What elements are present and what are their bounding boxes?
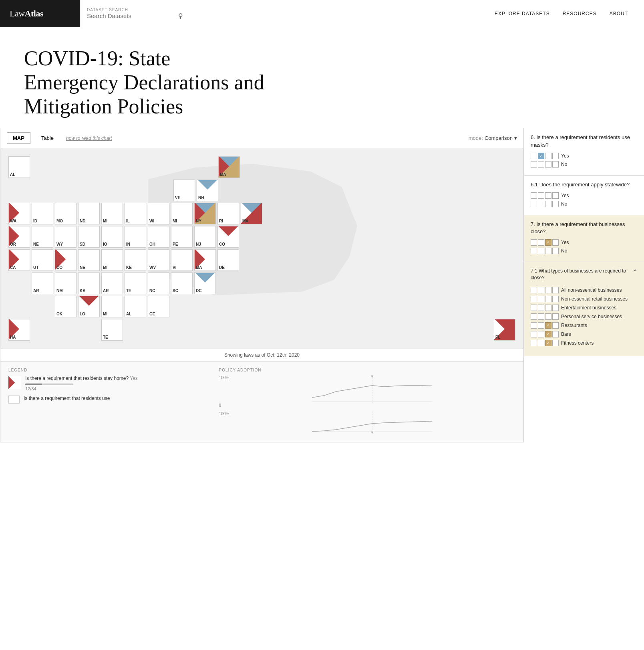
cb-fit-1[interactable] (531, 340, 537, 346)
state-NM[interactable]: NM (55, 273, 76, 294)
state-NE-r4[interactable]: NE (78, 249, 100, 271)
cb-q7-yes-4[interactable] (552, 239, 559, 246)
state-WY[interactable]: WY (55, 226, 76, 248)
state-NY[interactable]: NY (194, 203, 216, 224)
state-CA[interactable]: CA (8, 249, 30, 271)
cb-retail-1[interactable] (531, 296, 537, 302)
cb-all-3[interactable] (545, 287, 551, 293)
cb-q6-no-2[interactable] (538, 161, 544, 168)
cb-ent-4[interactable] (552, 305, 559, 311)
cb-rest-1[interactable] (531, 322, 537, 329)
cb-fit-4[interactable] (552, 340, 559, 346)
cb-q6-yes-1[interactable] (531, 153, 537, 159)
state-TE-special[interactable]: TE (101, 319, 123, 341)
table-button[interactable]: Table (35, 132, 60, 144)
state-IO[interactable]: IO (101, 226, 123, 248)
state-CO-r4[interactable]: CO (55, 249, 76, 271)
cb-q6-1-yes-3[interactable] (545, 192, 551, 199)
logo[interactable]: LawAtlas (0, 0, 80, 27)
state-WV[interactable]: WV (148, 249, 169, 271)
state-OK[interactable]: OK (55, 296, 76, 317)
state-OH[interactable]: OH (148, 226, 169, 248)
cb-q6-no-3[interactable] (545, 161, 551, 168)
cb-q6-1-no-2[interactable] (538, 201, 544, 207)
cb-all-1[interactable] (531, 287, 537, 293)
state-NE-r3[interactable]: NE (32, 226, 53, 248)
cb-bars-4[interactable] (552, 331, 559, 337)
state-MA-r2[interactable]: MA (241, 203, 262, 224)
state-HA[interactable]: HA (8, 319, 30, 341)
cb-fit-2[interactable] (538, 340, 544, 346)
cb-ps-2[interactable] (538, 313, 544, 320)
state-RI[interactable]: RI (217, 203, 239, 224)
how-to-link[interactable]: how to read this chart (66, 135, 112, 141)
cb-q6-1-yes-1[interactable] (531, 192, 537, 199)
cb-ent-1[interactable] (531, 305, 537, 311)
state-WI[interactable]: WI (148, 203, 169, 224)
state-MI-r4[interactable]: MI (101, 249, 123, 271)
state-MA-1[interactable]: MA (218, 156, 240, 178)
state-ND[interactable]: ND (78, 203, 100, 224)
nav-about[interactable]: ABOUT (610, 11, 628, 16)
cb-q6-1-no-1[interactable] (531, 201, 537, 207)
state-NJ[interactable]: NJ (194, 226, 216, 248)
state-SD[interactable]: SD (78, 226, 100, 248)
state-FL[interactable]: FL (494, 319, 515, 341)
state-AL-top[interactable]: AL (8, 156, 30, 178)
state-MA-r4[interactable]: MA (194, 249, 216, 271)
state-VE[interactable]: VE (173, 180, 195, 201)
nav-resources[interactable]: RESOURCES (563, 11, 597, 16)
state-DE[interactable]: DE (217, 249, 239, 271)
map-button[interactable]: MAP (7, 132, 30, 144)
state-KA[interactable]: KA (78, 273, 100, 294)
state-AR-r5a[interactable]: AR (32, 273, 53, 294)
state-VI[interactable]: VI (171, 249, 193, 271)
cb-all-4[interactable] (552, 287, 559, 293)
cb-all-2[interactable] (538, 287, 544, 293)
cb-q6-yes-3[interactable] (545, 153, 551, 159)
state-WA[interactable]: WA (8, 203, 30, 224)
state-UT[interactable]: UT (32, 249, 53, 271)
state-PE[interactable]: PE (171, 226, 193, 248)
search-icon[interactable]: ⚲ (178, 12, 183, 20)
state-LO[interactable]: LO (78, 296, 100, 317)
cb-retail-2[interactable] (538, 296, 544, 302)
cb-q6-1-yes-2[interactable] (538, 192, 544, 199)
cb-ent-3[interactable] (545, 305, 551, 311)
cb-q7-no-3[interactable] (545, 248, 551, 254)
state-SC[interactable]: SC (171, 273, 193, 294)
cb-q7-yes-1[interactable] (531, 239, 537, 246)
cb-ent-2[interactable] (538, 305, 544, 311)
state-CO-r3[interactable]: CO (217, 226, 239, 248)
cb-q6-yes-2[interactable] (538, 153, 544, 159)
cb-fit-3[interactable] (545, 340, 551, 346)
cb-bars-3[interactable] (545, 331, 551, 337)
cb-q7-no-1[interactable] (531, 248, 537, 254)
cb-q6-1-no-4[interactable] (552, 201, 559, 207)
state-DC[interactable]: DC (194, 273, 216, 294)
state-IN[interactable]: IN (125, 226, 146, 248)
cb-rest-4[interactable] (552, 322, 559, 329)
cb-ps-3[interactable] (545, 313, 551, 320)
state-ID[interactable]: ID (32, 203, 53, 224)
nav-explore[interactable]: EXPLORE DATASETS (495, 11, 550, 16)
cb-bars-2[interactable] (538, 331, 544, 337)
state-OR[interactable]: OR (8, 226, 30, 248)
cb-q6-1-no-3[interactable] (545, 201, 551, 207)
mode-selector[interactable]: mode: Comparison ▾ (469, 135, 517, 141)
state-KE[interactable]: KE (125, 249, 146, 271)
cb-q7-yes-2[interactable] (538, 239, 544, 246)
cb-q7-no-2[interactable] (538, 248, 544, 254)
cb-rest-3[interactable] (545, 322, 551, 329)
state-AL-r6[interactable]: AL (125, 296, 146, 317)
cb-q6-1-yes-4[interactable] (552, 192, 559, 199)
state-NC[interactable]: NC (148, 273, 169, 294)
state-TE-r5[interactable]: TE (125, 273, 146, 294)
cb-q7-yes-3[interactable] (545, 239, 551, 246)
cb-q6-no-1[interactable] (531, 161, 537, 168)
cb-q6-yes-4[interactable] (552, 153, 559, 159)
cb-ps-4[interactable] (552, 313, 559, 320)
state-MI-r2[interactable]: MI (101, 203, 123, 224)
state-MI-r2b[interactable]: MI (171, 203, 193, 224)
cb-ps-1[interactable] (531, 313, 537, 320)
